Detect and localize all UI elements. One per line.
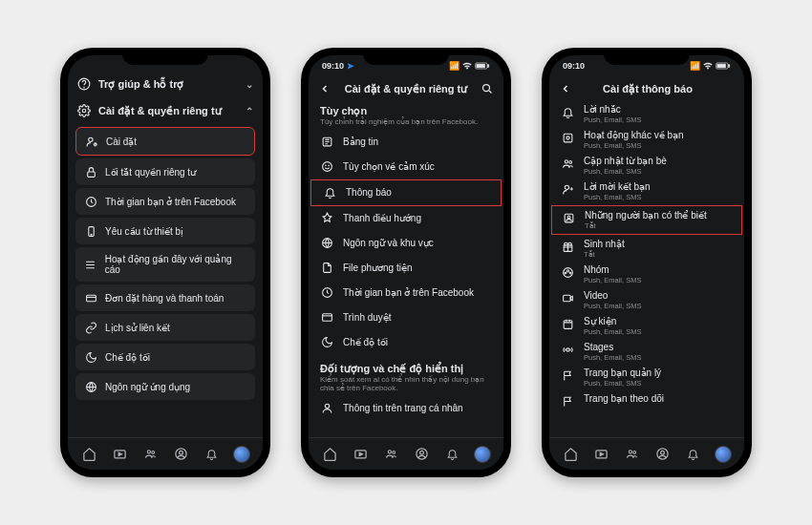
svg-point-12: [147, 451, 150, 453]
svg-point-47: [569, 272, 571, 274]
menu-item[interactable]: Yêu cầu từ thiết bị: [75, 218, 255, 244]
svg-rect-9: [86, 295, 96, 302]
nav-watch-icon[interactable]: [592, 446, 609, 463]
phone-3: 09:10 📶 Cài đặt thông báo Lời nhắcPush, …: [542, 48, 752, 477]
notification-item-label: Sinh nhật: [584, 239, 625, 249]
notification-item-sub: Push, Email, SMS: [584, 276, 641, 284]
svg-point-8: [90, 234, 91, 235]
notification-item[interactable]: Những người bạn có thể biếtTắt: [551, 205, 742, 235]
pin-icon: [320, 212, 333, 225]
location-icon: ➤: [347, 61, 354, 71]
list-item[interactable]: Tùy chọn về cảm xúc: [309, 155, 503, 179]
list-item[interactable]: Trình duyệt: [309, 305, 503, 330]
menu-item[interactable]: Ngôn ngữ ứng dụng: [75, 373, 255, 400]
page-header: Cài đặt & quyền riêng tư: [309, 76, 503, 101]
back-icon[interactable]: [318, 82, 331, 95]
svg-rect-34: [717, 64, 726, 68]
svg-point-27: [325, 404, 329, 408]
list-item[interactable]: Thông báo: [310, 179, 502, 206]
list-item[interactable]: Ngôn ngữ và khu vực: [309, 231, 503, 256]
list-item[interactable]: Thông tin trên trang cá nhân: [309, 396, 503, 421]
notification-item[interactable]: Hoạt động khác về bạnPush, Email, SMS: [549, 127, 744, 153]
nav-bell-icon[interactable]: [443, 446, 460, 463]
list-item-label: Thông báo: [346, 187, 392, 198]
list-item[interactable]: File phương tiện: [309, 256, 503, 281]
menu-item[interactable]: Hoạt động gần đây với quảng cáo: [75, 247, 255, 282]
menu-item-label: Hoạt động gần đây với quảng cáo: [105, 254, 246, 275]
svg-rect-17: [477, 64, 485, 68]
notification-item[interactable]: StagesPush, Email, SMS: [549, 339, 744, 365]
svg-point-29: [388, 451, 391, 453]
notification-item-sub: Push, Email, SMS: [584, 116, 641, 124]
svg-point-52: [629, 451, 631, 453]
svg-rect-48: [563, 295, 570, 302]
menu-item[interactable]: Lịch sử liên kết: [75, 314, 255, 341]
avatar[interactable]: [474, 446, 491, 463]
clock-icon: [320, 286, 333, 300]
nav-watch-icon[interactable]: [352, 446, 369, 463]
notification-item[interactable]: NhómPush, Email, SMS: [549, 262, 744, 287]
nav-bell-icon[interactable]: [203, 446, 220, 463]
notification-item[interactable]: Trang bạn quản lýPush, Email, SMS: [549, 365, 744, 390]
notification-item[interactable]: Cập nhật từ bạn bèPush, Email, SMS: [549, 153, 744, 178]
settings-privacy-row[interactable]: Cài đặt & quyền riêng tư ⌃: [68, 97, 263, 124]
phone-notch: [363, 48, 449, 65]
status-time: 09:10: [563, 61, 585, 71]
list-item-label: Thông tin trên trang cá nhân: [343, 403, 463, 413]
svg-rect-5: [87, 171, 95, 176]
notification-item-label: Video: [584, 290, 641, 301]
addfriend-icon: [561, 182, 574, 196]
notification-item[interactable]: Sinh nhậtTắt: [549, 236, 744, 262]
menu-item[interactable]: Cài đặt: [75, 127, 255, 156]
bottom-nav: [549, 437, 744, 470]
moon-icon: [320, 336, 333, 349]
list-icon: [84, 258, 97, 271]
help-support-row[interactable]: Trợ giúp & hỗ trợ ⌄: [68, 71, 263, 97]
notification-item[interactable]: Trang bạn theo dõi: [549, 390, 744, 410]
device-icon: [84, 224, 97, 238]
notification-item-sub: Push, Email, SMS: [584, 353, 641, 362]
people-icon: [562, 211, 575, 224]
svg-point-45: [566, 269, 568, 271]
nav-friends-icon[interactable]: [141, 446, 159, 463]
battery-icon: [716, 62, 731, 70]
notification-item[interactable]: Lời mời kết bạnPush, Email, SMS: [549, 178, 744, 204]
menu-item[interactable]: Đơn đặt hàng và thanh toán: [75, 284, 255, 311]
notification-item[interactable]: Lời nhắcPush, Email, SMS: [549, 101, 744, 127]
avatar[interactable]: [715, 446, 732, 463]
notification-item[interactable]: VideoPush, Email, SMS: [549, 287, 744, 313]
menu-item-label: Cài đặt: [106, 136, 137, 147]
list-item[interactable]: Thời gian bạn ở trên Facebook: [309, 281, 503, 305]
wifi-icon: [703, 62, 713, 70]
notification-item-sub: Push, Email, SMS: [584, 167, 667, 176]
flag-icon: [561, 394, 574, 408]
nav-home-icon[interactable]: [562, 446, 579, 463]
section-title: Tùy chọn: [309, 101, 503, 117]
menu-item[interactable]: Lối tắt quyền riêng tư: [75, 158, 255, 185]
notification-item[interactable]: Sự kiệnPush, Email, SMS: [549, 313, 744, 339]
phone-screen: 09:10 📶 Cài đặt thông báo Lời nhắcPush, …: [549, 55, 744, 470]
nav-home-icon[interactable]: [80, 446, 97, 463]
search-icon[interactable]: [481, 82, 494, 95]
nav-bell-icon[interactable]: [684, 446, 701, 463]
nav-profile-icon[interactable]: [413, 446, 430, 463]
nav-watch-icon[interactable]: [111, 446, 128, 463]
menu-item-label: Đơn đặt hàng và thanh toán: [105, 293, 224, 304]
notification-item-sub: Push, Email, SMS: [584, 302, 641, 310]
svg-point-19: [483, 85, 490, 92]
list-item[interactable]: Bảng tin: [309, 130, 503, 155]
menu-item[interactable]: Thời gian bạn ở trên Facebook: [75, 188, 255, 215]
menu-item[interactable]: Chế độ tối: [75, 344, 255, 370]
list-item[interactable]: Thanh điều hướng: [309, 206, 503, 231]
settings-privacy-label: Cài đặt & quyền riêng tư: [98, 105, 222, 117]
back-icon[interactable]: [559, 82, 572, 95]
nav-profile-icon[interactable]: [653, 446, 671, 463]
avatar[interactable]: [233, 446, 250, 463]
nav-friends-icon[interactable]: [623, 446, 640, 463]
nav-friends-icon[interactable]: [382, 446, 399, 463]
list-item[interactable]: Chế độ tối: [309, 330, 503, 355]
phone-notch: [122, 48, 208, 65]
notification-item-label: Lời nhắc: [584, 104, 641, 115]
nav-home-icon[interactable]: [321, 446, 338, 463]
nav-profile-icon[interactable]: [172, 446, 189, 463]
